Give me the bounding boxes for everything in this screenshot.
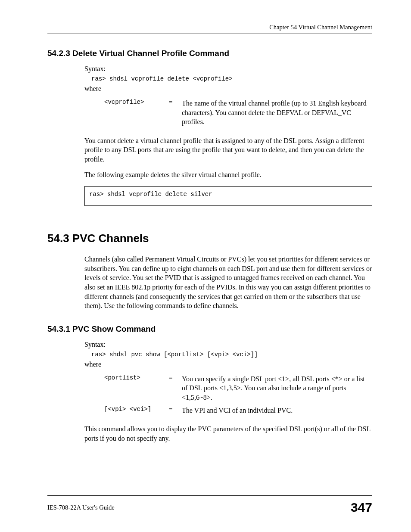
parameter-equals: =: [169, 406, 182, 413]
section-body-54-2-3: Syntax: ras> shdsl vcprofile delete <vcp…: [84, 65, 372, 206]
footer-page-number: 347: [351, 500, 372, 515]
section-heading-54-2-3: 54.2.3 Delete Virtual Channel Profile Co…: [47, 49, 372, 58]
body-paragraph: Channels (also called Permanent Virtual …: [84, 255, 372, 311]
section-body-54-3: Channels (also called Permanent Virtual …: [84, 255, 372, 311]
footer-guide-name: IES-708-22A User's Guide: [47, 504, 115, 511]
code-example-box: ras> shdsl vcprofile delete silver: [84, 186, 372, 206]
parameter-row: <vcprofile> = The name of the virtual ch…: [104, 99, 372, 127]
parameter-row: [<vpi> <vci>] = The VPI and VCI of an in…: [104, 406, 372, 415]
syntax-command: ras> shdsl vcprofile delete <vcprofile>: [91, 75, 372, 82]
page-footer: IES-708-22A User's Guide 347: [47, 495, 372, 515]
section-heading-54-3-1: 54.3.1 PVC Show Command: [47, 324, 372, 334]
where-label: where: [84, 85, 372, 93]
parameter-name: <vcprofile>: [104, 99, 169, 106]
syntax-label: Syntax:: [84, 341, 372, 348]
syntax-command: ras> shdsl pvc show [<portlist> [<vpi> <…: [91, 351, 372, 358]
syntax-label: Syntax:: [84, 65, 372, 73]
parameter-description: The name of the virtual channel profile …: [182, 99, 372, 127]
parameter-name: <portlist>: [104, 374, 169, 381]
where-label: where: [84, 361, 372, 368]
document-page: Chapter 54 Virtual Channel Management 54…: [0, 0, 411, 532]
section-body-54-3-1: Syntax: ras> shdsl pvc show [<portlist> …: [84, 341, 372, 443]
parameter-name: [<vpi> <vci>]: [104, 406, 169, 413]
parameter-row: <portlist> = You can specify a single DS…: [104, 374, 372, 402]
parameter-description: The VPI and VCI of an individual PVC.: [182, 406, 293, 415]
body-paragraph: The following example deletes the silver…: [84, 170, 372, 180]
body-paragraph: This command allows you to display the P…: [84, 424, 372, 443]
parameter-table: <vcprofile> = The name of the virtual ch…: [104, 99, 372, 130]
body-paragraph: You cannot delete a virtual channel prof…: [84, 136, 372, 164]
parameter-equals: =: [169, 99, 182, 106]
header-chapter-text: Chapter 54 Virtual Channel Management: [269, 24, 372, 31]
parameter-description: You can specify a single DSL port <1>, a…: [182, 374, 372, 402]
section-heading-54-3: 54.3 PVC Channels: [47, 232, 372, 245]
page-header: Chapter 54 Virtual Channel Management: [47, 24, 372, 34]
parameter-equals: =: [169, 374, 182, 382]
code-example-text: ras> shdsl vcprofile delete silver: [89, 191, 212, 198]
parameter-table: <portlist> = You can specify a single DS…: [104, 374, 372, 418]
